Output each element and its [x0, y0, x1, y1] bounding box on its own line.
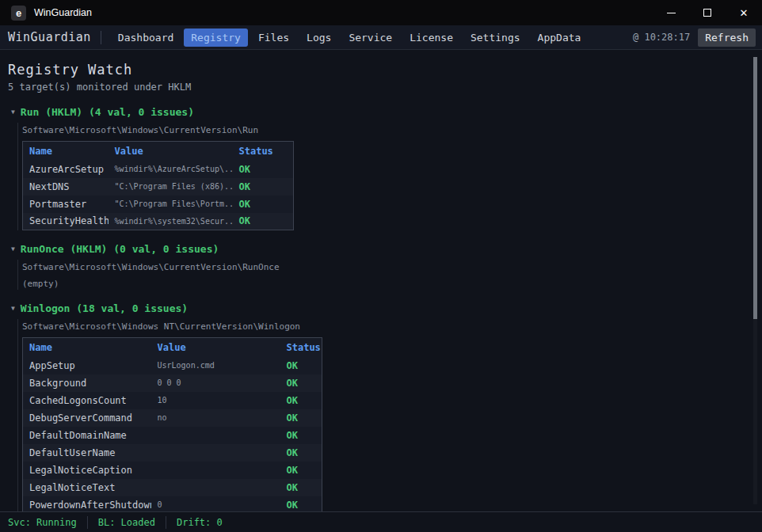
- nav-tabs: DashboardRegistryFilesLogsServiceLicense…: [111, 28, 633, 47]
- section-title: Winlogon (18 val, 0 issues): [21, 302, 188, 315]
- registry-table: NameValueStatusAzureArcSetup%windir%\Azu…: [22, 141, 294, 230]
- value-data: 0 0 0: [151, 374, 280, 392]
- table-row: CachedLogonsCount10OK: [23, 392, 322, 409]
- page-subtitle: 5 target(s) monitored under HKLM: [8, 82, 746, 93]
- maximize-icon: [703, 9, 711, 17]
- nav-tab-logs[interactable]: Logs: [299, 28, 338, 47]
- collapse-icon: ▼: [11, 106, 15, 119]
- value-name: Background: [23, 374, 151, 392]
- section-body: Software\Microsoft\Windows\CurrentVersio…: [17, 123, 746, 230]
- value-data: %windir%\AzureArcSetup\...: [109, 161, 233, 178]
- value-data: "C:\Program Files\Portm...: [109, 196, 233, 213]
- clock-label: @ 10:28:17: [633, 32, 690, 43]
- value-name: SecurityHealth: [23, 213, 109, 230]
- table-row: DebugServerCommandnoOK: [23, 409, 322, 427]
- app-window: e WinGuardian ✕ WinGuardian DashboardReg…: [0, 0, 762, 532]
- value-name: LegalNoticeText: [23, 479, 151, 496]
- column-header-name: Name: [23, 142, 109, 161]
- value-name: DebugServerCommand: [23, 409, 151, 427]
- value-data: "C:\Program Files (x86)...: [109, 178, 233, 196]
- table-row: Background0 0 0OK: [23, 374, 322, 392]
- status-badge: OK: [280, 409, 322, 427]
- value-data: no: [151, 409, 280, 427]
- value-data: [151, 479, 280, 496]
- registry-section: ▼Run (HKLM) (4 val, 0 issues)Software\Mi…: [11, 106, 746, 230]
- column-header-status: Status: [233, 142, 294, 161]
- scrollbar-track[interactable]: [753, 57, 757, 504]
- value-name: DefaultDomainName: [23, 427, 151, 444]
- registry-section: ▼RunOnce (HKLM) (0 val, 0 issues)Softwar…: [11, 243, 746, 290]
- value-data: 0: [151, 496, 280, 512]
- app-icon: e: [11, 6, 26, 21]
- section-header[interactable]: ▼RunOnce (HKLM) (0 val, 0 issues): [11, 243, 746, 256]
- table-row: DefaultDomainNameOK: [23, 427, 322, 444]
- nav-tab-settings[interactable]: Settings: [463, 28, 528, 47]
- section-title: Run (HKLM) (4 val, 0 issues): [21, 106, 194, 119]
- table-row: Portmaster"C:\Program Files\Portm...OK: [23, 196, 294, 213]
- maximize-button[interactable]: [689, 0, 726, 25]
- status-badge: OK: [233, 161, 294, 178]
- status-bar: Svc: RunningBL: LoadedDrift: 0: [0, 511, 762, 532]
- column-header-value: Value: [109, 142, 233, 161]
- page-title: Registry Watch: [8, 62, 746, 78]
- main-content: Registry Watch 5 target(s) monitored und…: [0, 50, 762, 511]
- value-data: %windir%\system32\Secur...: [109, 213, 233, 230]
- window-title: WinGuardian: [34, 7, 92, 18]
- table-row: PowerdownAfterShutdown0OK: [23, 496, 322, 512]
- value-data: [151, 444, 280, 462]
- table-row: LegalNoticeCaptionOK: [23, 462, 322, 479]
- section-header[interactable]: ▼Winlogon (18 val, 0 issues): [11, 302, 746, 315]
- refresh-button[interactable]: Refresh: [698, 28, 756, 47]
- table-row: NextDNS"C:\Program Files (x86)...OK: [23, 178, 294, 196]
- table-row: SecurityHealth%windir%\system32\Secur...…: [23, 213, 294, 230]
- status-badge: OK: [280, 462, 322, 479]
- table-row: LegalNoticeTextOK: [23, 479, 322, 496]
- section-body: Software\Microsoft\Windows\CurrentVersio…: [17, 260, 746, 290]
- scrollbar-thumb[interactable]: [753, 57, 757, 319]
- nav-tab-dashboard[interactable]: Dashboard: [111, 28, 181, 47]
- section-header[interactable]: ▼Run (HKLM) (4 val, 0 issues): [11, 106, 746, 119]
- nav-tab-license[interactable]: License: [402, 28, 460, 47]
- value-name: Portmaster: [23, 196, 109, 213]
- value-name: LegalNoticeCaption: [23, 462, 151, 479]
- status-badge: OK: [280, 496, 322, 512]
- empty-label: (empty): [22, 279, 746, 290]
- close-button[interactable]: ✕: [726, 0, 762, 25]
- status-item: BL: Loaded: [88, 517, 166, 528]
- navbar: WinGuardian DashboardRegistryFilesLogsSe…: [0, 25, 762, 50]
- nav-tab-files[interactable]: Files: [251, 28, 296, 47]
- value-name: PowerdownAfterShutdown: [23, 496, 151, 512]
- value-data: [151, 462, 280, 479]
- status-badge: OK: [280, 374, 322, 392]
- section-title: RunOnce (HKLM) (0 val, 0 issues): [21, 243, 219, 256]
- registry-table: NameValueStatusAppSetupUsrLogon.cmdOKBac…: [22, 337, 322, 511]
- registry-path: Software\Microsoft\Windows\CurrentVersio…: [22, 123, 746, 136]
- status-badge: OK: [280, 357, 322, 374]
- section-body: Software\Microsoft\Windows NT\CurrentVer…: [17, 319, 746, 511]
- column-header-status: Status: [280, 338, 322, 357]
- collapse-icon: ▼: [11, 243, 15, 256]
- collapse-icon: ▼: [11, 302, 15, 315]
- status-badge: OK: [280, 479, 322, 496]
- nav-tab-appdata[interactable]: AppData: [531, 28, 589, 47]
- status-badge: OK: [280, 427, 322, 444]
- app-brand: WinGuardian: [8, 30, 91, 44]
- registry-section: ▼Winlogon (18 val, 0 issues)Software\Mic…: [11, 302, 746, 511]
- value-data: 10: [151, 392, 280, 409]
- sections-container: ▼Run (HKLM) (4 val, 0 issues)Software\Mi…: [8, 106, 746, 511]
- status-badge: OK: [280, 392, 322, 409]
- titlebar: e WinGuardian ✕: [0, 0, 762, 25]
- nav-tab-registry[interactable]: Registry: [184, 28, 248, 47]
- minimize-button[interactable]: [653, 0, 689, 25]
- value-name: AzureArcSetup: [23, 161, 109, 178]
- minimize-icon: [667, 13, 676, 13]
- registry-path: Software\Microsoft\Windows\CurrentVersio…: [22, 260, 746, 273]
- nav-tab-service[interactable]: Service: [341, 28, 399, 47]
- status-badge: OK: [233, 196, 294, 213]
- nav-divider: [101, 31, 101, 44]
- table-row: AzureArcSetup%windir%\AzureArcSetup\...O…: [23, 161, 294, 178]
- status-item: Drift: 0: [166, 517, 233, 528]
- column-header-name: Name: [23, 338, 151, 357]
- table-row: DefaultUserNameOK: [23, 444, 322, 462]
- status-item: Svc: Running: [8, 517, 87, 528]
